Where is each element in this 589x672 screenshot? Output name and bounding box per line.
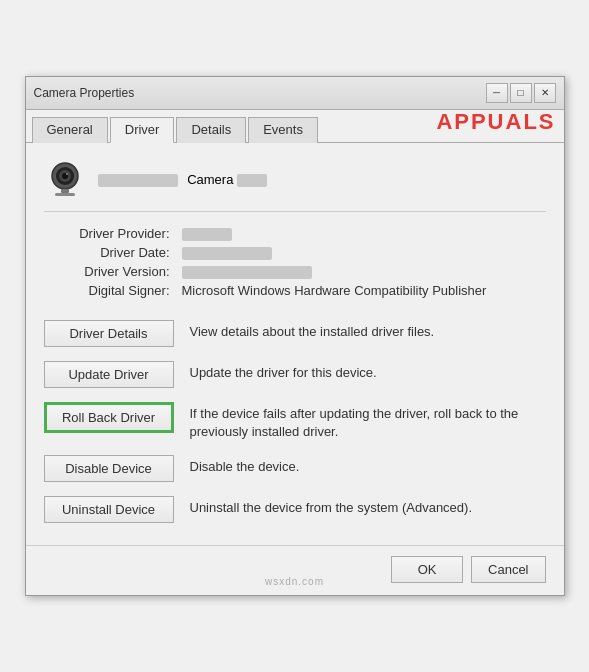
version-blurred xyxy=(182,266,312,279)
signer-value: Microsoft Windows Hardware Compatibility… xyxy=(182,283,546,298)
tab-general[interactable]: General xyxy=(32,117,108,143)
uninstall-device-desc: Uninstall the device from the system (Ad… xyxy=(190,496,473,517)
driver-details-row: Driver Details View details about the in… xyxy=(44,314,546,353)
roll-back-driver-row: Roll Back Driver If the device fails aft… xyxy=(44,396,546,447)
svg-rect-6 xyxy=(55,193,75,196)
device-name-blurred xyxy=(98,174,178,187)
version-label: Driver Version: xyxy=(44,264,174,279)
title-bar: Camera Properties ─ □ ✕ xyxy=(26,77,564,110)
cancel-button[interactable]: Cancel xyxy=(471,556,545,583)
svg-point-4 xyxy=(66,173,68,175)
update-driver-row: Update Driver Update the driver for this… xyxy=(44,355,546,394)
uninstall-device-button[interactable]: Uninstall Device xyxy=(44,496,174,523)
date-value xyxy=(182,245,546,260)
title-bar-controls: ─ □ ✕ xyxy=(486,83,556,103)
device-header: Camera xyxy=(44,159,546,212)
maximize-button[interactable]: □ xyxy=(510,83,532,103)
footer: OK Cancel xyxy=(26,545,564,595)
tab-details[interactable]: Details xyxy=(176,117,246,143)
minimize-button[interactable]: ─ xyxy=(486,83,508,103)
device-name: Camera xyxy=(187,172,233,187)
device-name-container: Camera xyxy=(98,172,268,187)
ok-button[interactable]: OK xyxy=(391,556,463,583)
svg-rect-5 xyxy=(61,189,69,193)
provider-blurred xyxy=(182,228,232,241)
signer-label: Digital Signer: xyxy=(44,283,174,298)
disable-device-row: Disable Device Disable the device. xyxy=(44,449,546,488)
update-driver-button[interactable]: Update Driver xyxy=(44,361,174,388)
uninstall-device-row: Uninstall Device Uninstall the device fr… xyxy=(44,490,546,529)
properties-window: Camera Properties ─ □ ✕ APPUALS General … xyxy=(25,76,565,597)
main-content: Camera Driver Provider: Driver Date: Dri… xyxy=(26,143,564,546)
provider-value xyxy=(182,226,546,241)
driver-details-button[interactable]: Driver Details xyxy=(44,320,174,347)
date-label: Driver Date: xyxy=(44,245,174,260)
buttons-section: Driver Details View details about the in… xyxy=(44,314,546,531)
date-blurred xyxy=(182,247,272,260)
roll-back-driver-desc: If the device fails after updating the d… xyxy=(190,402,546,441)
close-button[interactable]: ✕ xyxy=(534,83,556,103)
tab-events[interactable]: Events xyxy=(248,117,318,143)
driver-details-desc: View details about the installed driver … xyxy=(190,320,435,341)
wsxdn-watermark: wsxdn.com xyxy=(265,576,324,587)
info-grid: Driver Provider: Driver Date: Driver Ver… xyxy=(44,226,546,298)
provider-label: Driver Provider: xyxy=(44,226,174,241)
update-driver-desc: Update the driver for this device. xyxy=(190,361,377,382)
title-bar-left: Camera Properties xyxy=(34,86,135,100)
disable-device-desc: Disable the device. xyxy=(190,455,300,476)
title-bar-title: Camera Properties xyxy=(34,86,135,100)
device-name-blurred2 xyxy=(237,174,267,187)
tab-driver[interactable]: Driver xyxy=(110,117,175,143)
roll-back-driver-button[interactable]: Roll Back Driver xyxy=(44,402,174,433)
webcam-icon xyxy=(44,159,86,201)
disable-device-button[interactable]: Disable Device xyxy=(44,455,174,482)
version-value xyxy=(182,264,546,279)
appuals-logo: APPUALS xyxy=(436,109,555,135)
